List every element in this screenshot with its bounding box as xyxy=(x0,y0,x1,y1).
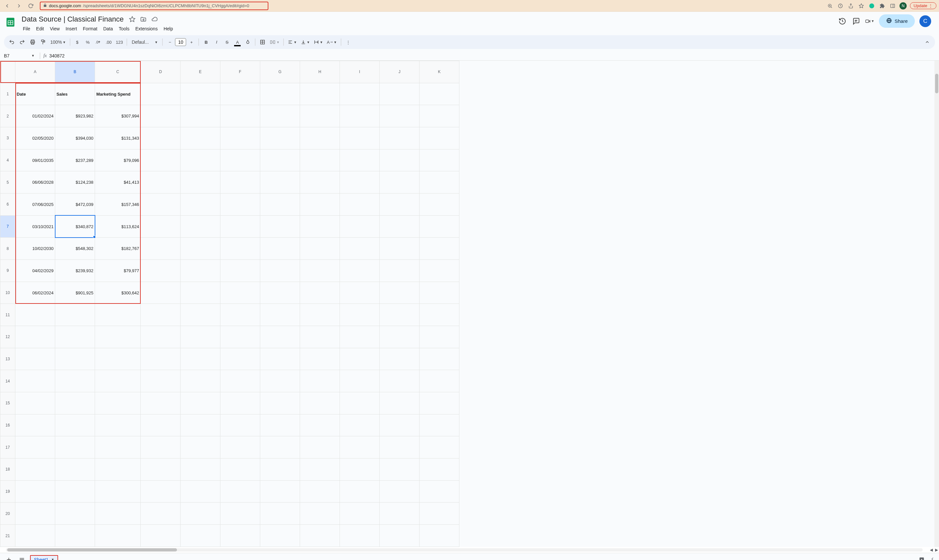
cell[interactable] xyxy=(260,436,300,458)
cell[interactable] xyxy=(220,105,260,127)
cell[interactable] xyxy=(420,149,459,171)
cell[interactable] xyxy=(300,370,340,392)
menu-help[interactable]: Help xyxy=(161,25,175,32)
cell[interactable] xyxy=(220,503,260,525)
cell[interactable] xyxy=(95,326,141,348)
column-header-G[interactable]: G xyxy=(260,61,300,83)
cell[interactable] xyxy=(141,282,180,304)
cell[interactable]: $923,982 xyxy=(55,105,95,127)
italic-button[interactable]: I xyxy=(212,37,221,47)
cell[interactable] xyxy=(220,304,260,326)
cell[interactable] xyxy=(380,326,420,348)
cell[interactable] xyxy=(300,149,340,171)
cell[interactable] xyxy=(380,304,420,326)
menu-edit[interactable]: Edit xyxy=(34,25,47,32)
column-header-K[interactable]: K xyxy=(420,61,459,83)
scroll-left-icon[interactable]: ◀ xyxy=(928,548,934,552)
back-button[interactable] xyxy=(3,1,12,11)
cell[interactable]: 07/06/2025 xyxy=(15,194,55,216)
cell[interactable] xyxy=(55,370,95,392)
cell[interactable] xyxy=(340,127,380,149)
row-header[interactable]: 10 xyxy=(0,282,15,304)
sheets-logo-icon[interactable] xyxy=(4,14,17,30)
column-header-D[interactable]: D xyxy=(141,61,180,83)
fill-color-button[interactable] xyxy=(243,37,252,47)
cell[interactable] xyxy=(95,348,141,370)
cell[interactable] xyxy=(95,436,141,458)
cell[interactable] xyxy=(220,194,260,216)
cell[interactable] xyxy=(180,326,220,348)
cell[interactable] xyxy=(380,503,420,525)
cell[interactable] xyxy=(300,260,340,282)
column-header-F[interactable]: F xyxy=(220,61,260,83)
extensions-icon[interactable] xyxy=(879,2,886,9)
cell[interactable]: $237,289 xyxy=(55,149,95,171)
cell[interactable] xyxy=(340,326,380,348)
cell[interactable] xyxy=(180,105,220,127)
cell[interactable] xyxy=(180,370,220,392)
cell[interactable] xyxy=(55,525,95,547)
cell[interactable] xyxy=(300,127,340,149)
cell[interactable]: Date xyxy=(15,83,55,105)
cell[interactable] xyxy=(141,458,180,481)
cell[interactable] xyxy=(340,238,380,260)
cell[interactable] xyxy=(340,304,380,326)
cell[interactable] xyxy=(420,260,459,282)
meet-icon[interactable]: ▼ xyxy=(865,17,874,26)
row-header[interactable]: 2 xyxy=(0,105,15,127)
cell[interactable] xyxy=(141,215,180,238)
cell[interactable] xyxy=(380,348,420,370)
cell[interactable] xyxy=(260,326,300,348)
cell[interactable] xyxy=(141,260,180,282)
cell[interactable] xyxy=(340,392,380,414)
cell[interactable] xyxy=(380,414,420,436)
row-header[interactable]: 13 xyxy=(0,348,15,370)
cell[interactable] xyxy=(300,326,340,348)
cell[interactable] xyxy=(220,215,260,238)
bold-button[interactable]: B xyxy=(202,37,211,47)
cell[interactable] xyxy=(15,525,55,547)
cell[interactable] xyxy=(180,83,220,105)
row-header[interactable]: 1 xyxy=(0,83,15,105)
cell[interactable] xyxy=(300,171,340,194)
cell[interactable]: $131,343 xyxy=(95,127,141,149)
cell[interactable] xyxy=(380,260,420,282)
cell[interactable] xyxy=(141,149,180,171)
cell[interactable] xyxy=(55,414,95,436)
cell[interactable] xyxy=(340,171,380,194)
cell[interactable] xyxy=(220,282,260,304)
row-header[interactable]: 16 xyxy=(0,414,15,436)
cell[interactable]: Marketing Spend xyxy=(95,83,141,105)
cell[interactable]: $300,642 xyxy=(95,282,141,304)
cell[interactable] xyxy=(141,436,180,458)
cell[interactable] xyxy=(220,370,260,392)
menu-file[interactable]: File xyxy=(20,25,33,32)
cell[interactable] xyxy=(141,194,180,216)
cell[interactable] xyxy=(300,282,340,304)
cell[interactable] xyxy=(220,171,260,194)
cell[interactable] xyxy=(220,480,260,503)
column-header-H[interactable]: H xyxy=(300,61,340,83)
cell[interactable] xyxy=(141,525,180,547)
cell[interactable] xyxy=(141,171,180,194)
cell[interactable] xyxy=(340,503,380,525)
cell[interactable] xyxy=(260,238,300,260)
toolbar-overflow-button[interactable]: ⋮ xyxy=(344,37,353,47)
cell[interactable] xyxy=(380,525,420,547)
cell[interactable] xyxy=(300,503,340,525)
cell[interactable] xyxy=(15,326,55,348)
cell[interactable]: $340,872 xyxy=(55,215,95,238)
cell[interactable] xyxy=(300,194,340,216)
more-formats-button[interactable]: 123 xyxy=(115,37,125,47)
cell[interactable] xyxy=(340,83,380,105)
explore-button[interactable] xyxy=(917,555,927,560)
name-box[interactable]: B7 ▼ xyxy=(4,53,37,58)
row-header[interactable]: 3 xyxy=(0,127,15,149)
cell[interactable] xyxy=(380,171,420,194)
cell[interactable] xyxy=(300,458,340,481)
cell[interactable] xyxy=(180,480,220,503)
cell[interactable] xyxy=(420,194,459,216)
cell[interactable] xyxy=(180,149,220,171)
cell[interactable] xyxy=(180,525,220,547)
cell[interactable] xyxy=(340,458,380,481)
